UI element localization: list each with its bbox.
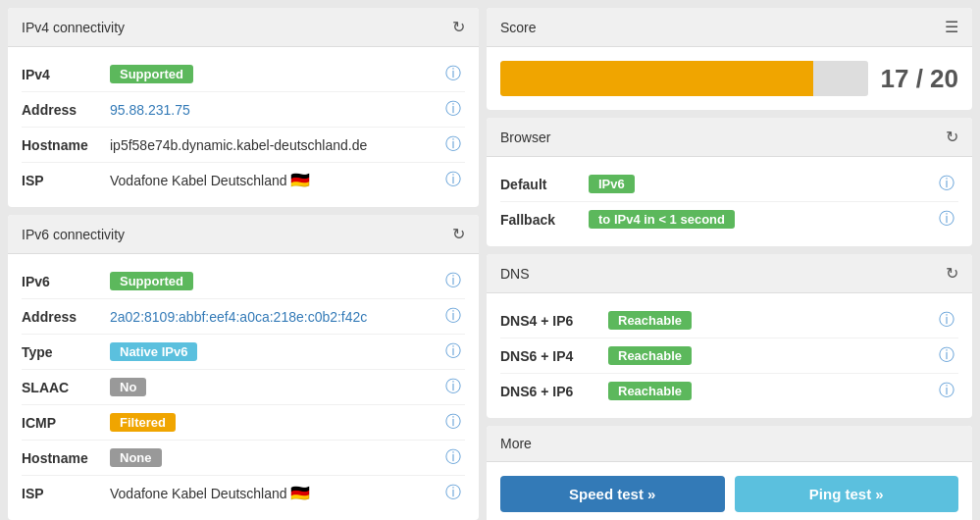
- ipv4-title: IPv4 connectivity: [22, 20, 125, 35]
- table-row: Hostname ip5f58e74b.dynamic.kabel-deutsc…: [22, 128, 465, 163]
- row-label: DNS6 + IP6: [500, 384, 608, 399]
- dns6-ip4-badge: Reachable: [608, 346, 692, 365]
- dns6-ip6-info-icon[interactable]: ⓘ: [935, 381, 958, 401]
- ipv6-icmp-info-icon[interactable]: ⓘ: [441, 412, 465, 433]
- ipv4-info-icon[interactable]: ⓘ: [441, 64, 465, 84]
- row-value: Supported: [110, 272, 441, 290]
- ipv4-isp-value: Vodafone Kabel Deutschland 🇩🇪: [110, 171, 441, 189]
- browser-fallback-badge: to IPv4 in < 1 second: [589, 210, 735, 229]
- more-title: More: [500, 436, 532, 451]
- table-row: Type Native IPv6 ⓘ: [22, 335, 465, 370]
- ipv4-isp-info-icon[interactable]: ⓘ: [441, 170, 465, 190]
- browser-header: Browser ↻: [487, 118, 972, 157]
- ipv6-refresh-icon[interactable]: ↻: [452, 225, 465, 243]
- table-row: Default IPv6 ⓘ: [500, 167, 958, 202]
- ipv6-icmp-badge: Filtered: [110, 413, 176, 432]
- table-row: DNS6 + IP6 Reachable ⓘ: [500, 374, 958, 408]
- ipv6-slaac-badge: No: [110, 378, 146, 396]
- list-icon[interactable]: ☰: [945, 18, 958, 36]
- ipv4-card: IPv4 connectivity ↻ IPv4 Supported ⓘ Add…: [8, 8, 479, 207]
- ipv6-isp-flag: 🇩🇪: [290, 485, 310, 501]
- row-label: ICMP: [22, 415, 110, 431]
- table-row: ICMP Filtered ⓘ: [22, 405, 465, 441]
- ipv4-header: IPv4 connectivity ↻: [8, 8, 479, 47]
- table-row: Hostname None ⓘ: [22, 441, 465, 476]
- ipv6-address-link[interactable]: 2a02:8109:abbf:eef4:a0ca:218e:c0b2:f42c: [110, 309, 367, 325]
- ipv6-slaac-info-icon[interactable]: ⓘ: [441, 377, 465, 397]
- dns-title: DNS: [500, 266, 530, 282]
- dns-refresh-icon[interactable]: ↻: [946, 264, 958, 283]
- ipv6-hostname-info-icon[interactable]: ⓘ: [441, 447, 465, 468]
- ipv4-body: IPv4 Supported ⓘ Address 95.88.231.75 ⓘ …: [8, 47, 479, 207]
- ipv6-card: IPv6 connectivity ↻ IPv6 Supported ⓘ Add…: [8, 215, 479, 520]
- row-value: IPv6: [589, 175, 935, 193]
- browser-fallback-info-icon[interactable]: ⓘ: [935, 209, 958, 230]
- ipv4-address-info-icon[interactable]: ⓘ: [441, 99, 465, 120]
- browser-title: Browser: [500, 130, 550, 145]
- ipv4-status-badge: Supported: [110, 65, 193, 83]
- row-value: Supported: [110, 65, 441, 83]
- score-body: 17 / 20: [487, 47, 972, 110]
- row-value: to IPv4 in < 1 second: [589, 210, 935, 229]
- table-row: DNS6 + IP4 Reachable ⓘ: [500, 338, 958, 374]
- ipv6-isp-value: Vodafone Kabel Deutschland 🇩🇪: [110, 484, 441, 502]
- row-label: Default: [500, 177, 589, 192]
- dns-card: DNS ↻ DNS4 + IP6 Reachable ⓘ DNS6 + IP4 …: [487, 254, 972, 418]
- dns4-ip6-info-icon[interactable]: ⓘ: [935, 310, 958, 331]
- ipv4-address-link[interactable]: 95.88.231.75: [110, 102, 190, 118]
- row-value: 95.88.231.75: [110, 102, 441, 118]
- browser-refresh-icon[interactable]: ↻: [946, 128, 958, 146]
- score-header: Score ☰: [487, 8, 972, 47]
- ping-test-button[interactable]: Ping test »: [735, 476, 959, 512]
- row-value: Native IPv6: [110, 342, 441, 361]
- row-value: No: [110, 378, 441, 396]
- dns6-ip6-badge: Reachable: [608, 382, 692, 400]
- ipv6-title: IPv6 connectivity: [22, 227, 125, 242]
- browser-body: Default IPv6 ⓘ Fallback to IPv4 in < 1 s…: [487, 157, 972, 246]
- table-row: Fallback to IPv4 in < 1 second ⓘ: [500, 202, 958, 236]
- table-row: IPv6 Supported ⓘ: [22, 264, 465, 299]
- table-row: DNS4 + IP6 Reachable ⓘ: [500, 303, 958, 338]
- ipv6-type-info-icon[interactable]: ⓘ: [441, 341, 465, 362]
- browser-default-info-icon[interactable]: ⓘ: [935, 174, 958, 194]
- ipv6-header: IPv6 connectivity ↻: [8, 215, 479, 254]
- row-label: Hostname: [22, 137, 110, 153]
- ipv6-isp-info-icon[interactable]: ⓘ: [441, 483, 465, 503]
- ipv4-refresh-icon[interactable]: ↻: [452, 18, 465, 36]
- ipv4-hostname-info-icon[interactable]: ⓘ: [441, 134, 465, 155]
- dns6-ip4-info-icon[interactable]: ⓘ: [935, 345, 958, 366]
- browser-default-badge: IPv6: [589, 175, 635, 193]
- row-label: DNS4 + IP6: [500, 313, 608, 329]
- row-label: Address: [22, 102, 110, 118]
- row-value: Reachable: [608, 311, 935, 330]
- row-label: ISP: [22, 173, 110, 188]
- row-value: Reachable: [608, 382, 935, 400]
- table-row: ISP Vodafone Kabel Deutschland 🇩🇪 ⓘ: [22, 476, 465, 510]
- table-row: IPv4 Supported ⓘ: [22, 57, 465, 92]
- table-row: Address 2a02:8109:abbf:eef4:a0ca:218e:c0…: [22, 299, 465, 335]
- more-header: More: [487, 426, 972, 462]
- ipv4-isp-flag: 🇩🇪: [290, 172, 310, 188]
- ipv6-address-info-icon[interactable]: ⓘ: [441, 306, 465, 327]
- row-label: SLAAC: [22, 380, 110, 395]
- more-body: Speed test » Ping test »: [487, 462, 972, 520]
- score-bar-container: [500, 61, 868, 96]
- row-label: IPv6: [22, 274, 110, 289]
- row-label: Hostname: [22, 450, 110, 466]
- speed-test-button[interactable]: Speed test »: [500, 476, 725, 512]
- ipv6-type-badge: Native IPv6: [110, 342, 197, 361]
- dns4-ip6-badge: Reachable: [608, 311, 692, 330]
- browser-card: Browser ↻ Default IPv6 ⓘ Fallback to IPv…: [487, 118, 972, 246]
- table-row: SLAAC No ⓘ: [22, 370, 465, 405]
- table-row: ISP Vodafone Kabel Deutschland 🇩🇪 ⓘ: [22, 163, 465, 197]
- score-card: Score ☰ 17 / 20: [487, 8, 972, 110]
- row-label: ISP: [22, 486, 110, 501]
- left-panel: IPv4 connectivity ↻ IPv4 Supported ⓘ Add…: [8, 8, 479, 520]
- score-bar-fill: [500, 61, 813, 96]
- more-card: More Speed test » Ping test »: [487, 426, 972, 520]
- ipv6-body: IPv6 Supported ⓘ Address 2a02:8109:abbf:…: [8, 254, 479, 520]
- ipv6-info-icon[interactable]: ⓘ: [441, 271, 465, 291]
- score-title: Score: [500, 20, 537, 35]
- right-panel: Score ☰ 17 / 20 Browser ↻ Default IPv6 ⓘ: [487, 8, 972, 520]
- ipv6-status-badge: Supported: [110, 272, 193, 290]
